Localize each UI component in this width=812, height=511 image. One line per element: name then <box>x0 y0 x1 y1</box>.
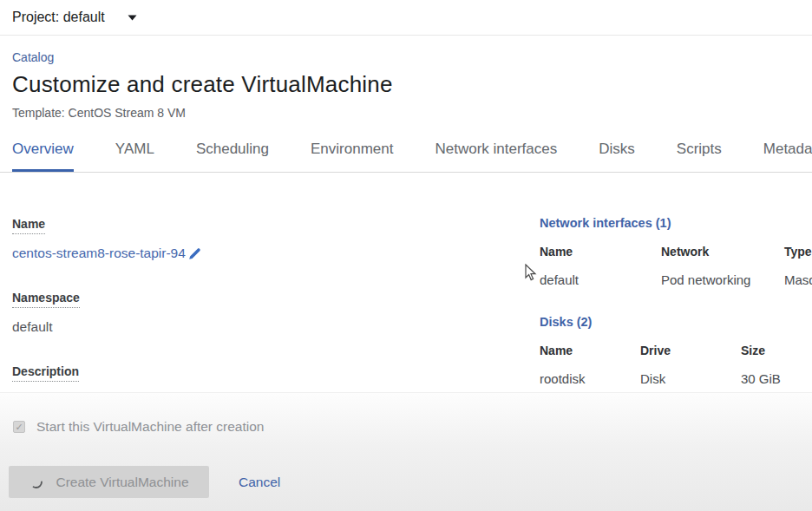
col-header-drive: Drive <box>640 344 741 371</box>
tab-environment[interactable]: Environment <box>311 141 393 172</box>
disks-table: Name Drive Size rootdisk Disk 30 GiB <box>540 344 812 386</box>
table-row: rootdisk Disk 30 GiB <box>540 371 812 386</box>
col-header-name: Name <box>540 245 661 272</box>
disk-drive-cell: Disk <box>640 371 741 386</box>
cancel-button[interactable]: Cancel <box>239 475 280 490</box>
project-selector[interactable]: Project: default <box>12 10 105 25</box>
customize-vm-page: Project: default Catalog Customize and c… <box>0 0 812 511</box>
network-interfaces-link[interactable]: Network interfaces (1) <box>540 216 812 230</box>
footer-action-bar: ✓ Start this VirtualMachine after creati… <box>0 392 812 511</box>
tab-bar: Overview YAML Scheduling Environment Net… <box>0 141 812 173</box>
tab-scripts[interactable]: Scripts <box>677 141 722 172</box>
loading-spinner-icon <box>29 475 43 489</box>
disks-link[interactable]: Disks (2) <box>540 315 812 329</box>
chevron-down-icon[interactable] <box>128 15 137 21</box>
create-virtualmachine-button[interactable]: Create VirtualMachine <box>9 466 209 498</box>
start-after-creation-row: ✓ Start this VirtualMachine after creati… <box>0 393 812 435</box>
nic-network-cell: Pod networking <box>661 272 784 287</box>
tab-disks[interactable]: Disks <box>599 141 635 172</box>
col-header-type: Type <box>784 245 812 272</box>
network-interfaces-section: Network interfaces (1) Name Network Type… <box>540 216 812 287</box>
disks-section: Disks (2) Name Drive Size rootdisk Disk … <box>540 315 812 386</box>
breadcrumb-catalog-link[interactable]: Catalog <box>12 50 54 64</box>
tab-yaml[interactable]: YAML <box>115 141 154 172</box>
description-label[interactable]: Description <box>12 364 79 382</box>
overview-right-column: Network interfaces (1) Name Network Type… <box>540 216 812 386</box>
disk-name-cell: rootdisk <box>540 371 640 386</box>
nic-name-cell: default <box>540 272 661 287</box>
name-label[interactable]: Name <box>12 217 45 234</box>
page-title: Customize and create VirtualMachine <box>12 71 800 98</box>
network-interfaces-table: Name Network Type default Pod networking… <box>540 245 812 287</box>
footer-buttons: Create VirtualMachine Cancel <box>0 435 812 498</box>
vm-name-text[interactable]: centos-stream8-rose-tapir-94 <box>12 246 186 261</box>
template-subtitle: Template: CentOS Stream 8 VM <box>12 106 800 120</box>
disk-size-cell: 30 GiB <box>741 371 812 386</box>
tab-scheduling[interactable]: Scheduling <box>196 141 269 172</box>
create-button-label: Create VirtualMachine <box>56 475 188 490</box>
start-vm-checkbox[interactable]: ✓ <box>13 421 25 433</box>
project-bar: Project: default <box>0 0 812 36</box>
col-header-size: Size <box>741 344 812 371</box>
edit-pencil-icon[interactable] <box>188 247 201 260</box>
table-header-row: Name Network Type <box>540 245 812 272</box>
table-header-row: Name Drive Size <box>540 344 812 371</box>
start-vm-checkbox-label: Start this VirtualMachine after creation <box>36 419 264 435</box>
page-header: Catalog Customize and create VirtualMach… <box>0 36 812 120</box>
table-row: default Pod networking Masquerade <box>540 272 812 287</box>
col-header-name: Name <box>540 344 640 371</box>
namespace-label[interactable]: Namespace <box>12 291 80 308</box>
tab-metadata[interactable]: Metadata <box>763 141 812 172</box>
col-header-network: Network <box>661 245 784 272</box>
nic-type-cell: Masquerade <box>784 272 812 287</box>
tab-network-interfaces[interactable]: Network interfaces <box>435 141 557 172</box>
overview-tab-content: Name centos-stream8-rose-tapir-94 Namesp… <box>0 173 812 383</box>
tab-overview[interactable]: Overview <box>12 141 74 172</box>
